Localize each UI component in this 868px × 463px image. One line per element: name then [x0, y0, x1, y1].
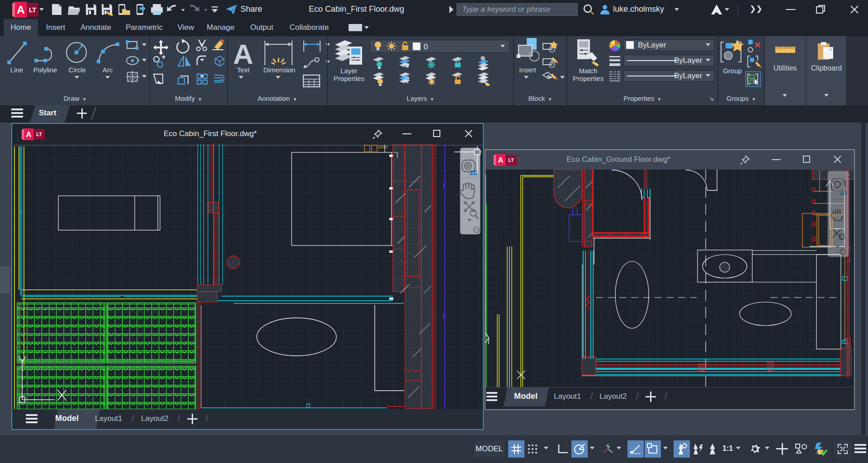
svg-text:0: 0	[424, 43, 428, 51]
svg-text:2D: 2D	[470, 169, 478, 176]
svg-text:A: A	[17, 4, 24, 16]
svg-text:LT: LT	[29, 6, 37, 14]
svg-text:2D: 2D	[840, 190, 847, 196]
